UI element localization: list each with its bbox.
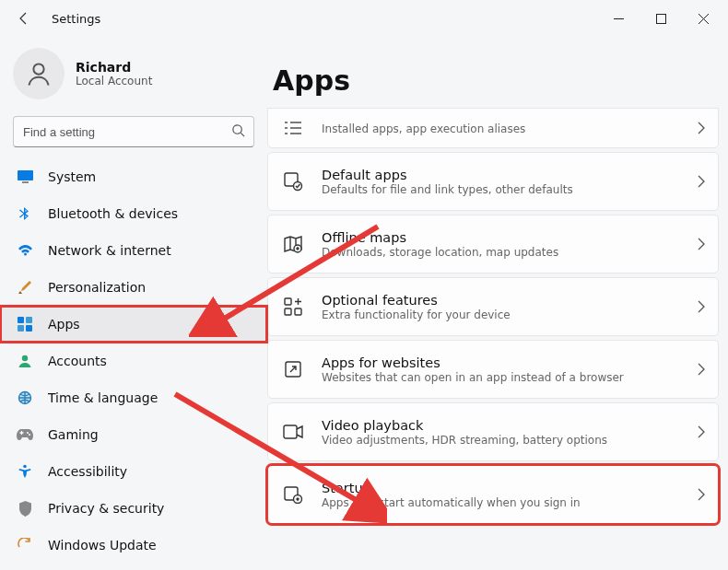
- sidebar-item-label: Accounts: [48, 354, 107, 368]
- sidebar-item-gaming[interactable]: Gaming: [0, 416, 267, 453]
- profile-account-type: Local Account: [76, 75, 152, 87]
- nav: System Bluetooth & devices Network & int…: [0, 158, 267, 564]
- video-icon: [281, 420, 305, 444]
- sidebar-item-accounts[interactable]: Accounts: [0, 343, 267, 379]
- sidebar-item-label: Accessibility: [48, 464, 127, 479]
- list-icon: [281, 116, 305, 140]
- sidebar-item-time-language[interactable]: Time & language: [0, 379, 267, 416]
- svg-rect-31: [284, 425, 297, 438]
- main-content: Apps Installed apps, app execution alias…: [267, 37, 728, 570]
- svg-rect-9: [18, 317, 24, 323]
- chevron-right-icon: [698, 363, 705, 376]
- startup-icon: [281, 483, 305, 506]
- sidebar-item-label: Windows Update: [48, 538, 157, 553]
- apps-icon: [17, 316, 33, 332]
- card-title: Offline maps: [322, 230, 558, 245]
- card-title: Optional features: [322, 293, 511, 308]
- chevron-right-icon: [698, 175, 705, 188]
- close-button[interactable]: [682, 0, 724, 37]
- svg-rect-10: [26, 317, 32, 323]
- card-subtitle: Video adjustments, HDR streaming, batter…: [322, 434, 607, 447]
- chevron-right-icon: [698, 238, 705, 250]
- svg-point-15: [27, 432, 29, 434]
- minimize-button[interactable]: [597, 0, 640, 37]
- close-icon: [699, 14, 709, 24]
- card-video-playback[interactable]: Video playbackVideo adjustments, HDR str…: [267, 402, 719, 461]
- search-input[interactable]: [13, 116, 254, 147]
- chevron-right-icon: [698, 300, 705, 313]
- sidebar: Richard Local Account System Bluetooth &…: [0, 37, 267, 570]
- card-installed-apps[interactable]: Installed apps, app execution aliases: [267, 108, 719, 148]
- svg-point-13: [22, 355, 28, 361]
- profile-block[interactable]: Richard Local Account: [0, 44, 267, 116]
- card-startup[interactable]: StartupApps that start automatically whe…: [267, 465, 719, 524]
- card-subtitle: Extra functionality for your device: [322, 308, 511, 321]
- svg-rect-12: [26, 325, 32, 332]
- svg-point-16: [29, 434, 30, 436]
- shield-icon: [17, 500, 33, 517]
- sidebar-item-privacy-security[interactable]: Privacy & security: [0, 490, 267, 527]
- search-icon: [231, 123, 245, 137]
- search-container: [13, 116, 254, 147]
- account-icon: [17, 353, 33, 369]
- sidebar-item-personalization[interactable]: Personalization: [0, 269, 267, 306]
- maximize-button[interactable]: [640, 0, 682, 37]
- open-in-app-icon: [281, 357, 305, 381]
- bluetooth-icon: [17, 205, 33, 222]
- maximize-icon: [656, 14, 666, 24]
- card-subtitle: Downloads, storage location, map updates: [322, 246, 558, 259]
- svg-line-6: [241, 133, 244, 136]
- sidebar-item-label: Gaming: [48, 427, 99, 442]
- chevron-right-icon: [698, 122, 705, 134]
- display-icon: [17, 169, 33, 185]
- card-title: Startup: [322, 481, 581, 495]
- card-subtitle: Installed apps, app execution aliases: [322, 122, 525, 135]
- minimize-icon: [614, 14, 624, 24]
- brush-icon: [17, 279, 33, 296]
- sidebar-item-bluetooth[interactable]: Bluetooth & devices: [0, 195, 267, 232]
- svg-rect-7: [18, 170, 33, 180]
- svg-point-4: [33, 64, 43, 74]
- plus-grid-icon: [281, 295, 305, 319]
- sidebar-item-network[interactable]: Network & internet: [0, 232, 267, 269]
- profile-name: Richard: [76, 60, 152, 75]
- card-title: Default apps: [322, 168, 573, 182]
- avatar: [13, 48, 65, 99]
- globe-icon: [17, 390, 33, 406]
- window-title: Settings: [52, 12, 100, 26]
- sidebar-item-label: Time & language: [48, 390, 158, 405]
- arrow-left-icon: [17, 11, 31, 26]
- default-apps-icon: [281, 169, 305, 193]
- sidebar-item-label: Privacy & security: [48, 501, 164, 516]
- sidebar-item-accessibility[interactable]: Accessibility: [0, 453, 267, 490]
- sidebar-item-label: Apps: [48, 317, 80, 332]
- svg-rect-27: [285, 298, 291, 305]
- sidebar-item-label: Personalization: [48, 280, 146, 295]
- sidebar-item-label: Bluetooth & devices: [48, 206, 178, 221]
- sidebar-item-apps[interactable]: Apps: [0, 306, 267, 343]
- svg-rect-11: [18, 325, 24, 332]
- card-title: Apps for websites: [322, 355, 624, 370]
- page-heading: Apps: [273, 64, 719, 97]
- svg-rect-28: [285, 308, 291, 315]
- titlebar: Settings: [0, 0, 728, 37]
- card-offline-maps[interactable]: Offline mapsDownloads, storage location,…: [267, 215, 719, 273]
- sidebar-item-windows-update[interactable]: Windows Update: [0, 527, 267, 564]
- card-default-apps[interactable]: Default appsDefaults for file and link t…: [267, 152, 719, 211]
- card-subtitle: Websites that can open in an app instead…: [322, 371, 624, 384]
- chevron-right-icon: [698, 488, 705, 501]
- chevron-right-icon: [698, 425, 705, 438]
- back-button[interactable]: [13, 7, 35, 29]
- wifi-icon: [17, 242, 33, 259]
- card-subtitle: Defaults for file and link types, other …: [322, 183, 573, 196]
- person-icon: [25, 60, 53, 87]
- sidebar-item-label: Network & internet: [48, 243, 171, 258]
- gamepad-icon: [17, 426, 33, 443]
- sidebar-item-system[interactable]: System: [0, 158, 267, 195]
- card-optional-features[interactable]: Optional featuresExtra functionality for…: [267, 277, 719, 336]
- card-apps-for-websites[interactable]: Apps for websitesWebsites that can open …: [267, 340, 719, 399]
- svg-point-17: [23, 465, 27, 469]
- settings-card-list: Installed apps, app execution aliases De…: [267, 108, 719, 524]
- sidebar-item-label: System: [48, 169, 96, 184]
- card-title: Video playback: [322, 418, 607, 433]
